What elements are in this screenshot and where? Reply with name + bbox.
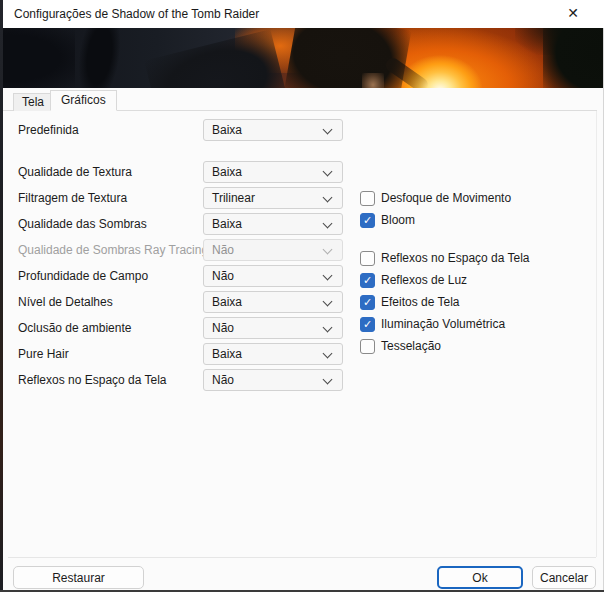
banner-tree (73, 28, 125, 88)
motion-blur-checkbox[interactable]: ✓ Desfoque de Movimento (360, 190, 511, 206)
setting-label: Filtragem de Textura (18, 187, 127, 209)
title-bar: Configurações de Shadow of the Tomb Raid… (0, 0, 604, 28)
setting-row-shadow-quality: Qualidade das Sombras Baixa (0, 213, 604, 235)
checkbox-box[interactable]: ✓ (360, 251, 375, 266)
setting-row-ambient-occlusion: Oclusão de ambiente Não (0, 317, 604, 339)
check-icon: ✓ (361, 296, 374, 309)
close-icon: ✕ (567, 5, 579, 21)
banner-foliage-right (543, 28, 604, 88)
chevron-down-icon (323, 298, 333, 308)
tab-graficos[interactable]: Gráficos (50, 90, 117, 111)
setting-row-texture-quality: Qualidade de Textura Baixa (0, 161, 604, 183)
check-icon: ✓ (361, 274, 374, 287)
setting-label: Oclusão de ambiente (18, 317, 131, 339)
checkbox-box[interactable]: ✓ (360, 339, 375, 354)
ambient-occlusion-dropdown[interactable]: Não (203, 317, 343, 339)
setting-label: Pure Hair (18, 343, 69, 365)
banner-braid (383, 56, 430, 88)
pure-hair-dropdown[interactable]: Baixa (203, 343, 343, 365)
banner-foliage-top (515, 28, 590, 55)
game-banner (0, 28, 604, 88)
ssr-checkbox[interactable]: ✓ Reflexos no Espaço da Tela (360, 250, 530, 266)
depth-of-field-dropdown[interactable]: Não (203, 265, 343, 287)
setting-label: Reflexos no Espaço da Tela (18, 369, 167, 391)
setting-label: Predefinida (18, 119, 79, 141)
settings-dialog: { "window": { "title": "Configurações de… (0, 0, 604, 592)
close-button[interactable]: ✕ (550, 0, 596, 27)
banner-rocks-left (0, 28, 75, 88)
checkbox-box[interactable]: ✓ (360, 191, 375, 206)
preset-dropdown[interactable]: Baixa (203, 119, 343, 141)
setting-label: Qualidade de Textura (18, 161, 132, 183)
ok-button[interactable]: Ok (437, 566, 523, 589)
chevron-down-icon (323, 126, 333, 136)
setting-row-depth-of-field: Profundidade de Campo Não (0, 265, 604, 287)
setting-row-texture-filtering: Filtragem de Textura Trilinear (0, 187, 604, 209)
footer-divider (8, 557, 596, 558)
volumetric-lighting-checkbox[interactable]: ✓ Iluminação Volumétrica (360, 316, 505, 332)
banner-rocks-mid (144, 29, 286, 88)
tab-tela[interactable]: Tela (13, 93, 53, 111)
lens-flares-checkbox[interactable]: ✓ Reflexos de Luz (360, 272, 467, 288)
banner-glow (235, 28, 310, 73)
chevron-down-icon (323, 246, 333, 256)
checkbox-box[interactable]: ✓ (360, 273, 375, 288)
chevron-down-icon (323, 324, 333, 334)
chevron-down-icon (323, 272, 333, 282)
setting-row-preset: Predefinida Baixa (0, 119, 604, 141)
setting-row-ssr: Reflexos no Espaço da Tela Não (0, 369, 604, 391)
banner-lara-silhouette (284, 28, 412, 88)
restore-button[interactable]: Restaurar (13, 566, 144, 589)
window-title: Configurações de Shadow of the Tomb Raid… (14, 0, 259, 28)
bloom-checkbox[interactable]: ✓ Bloom (360, 212, 415, 228)
setting-label: Profundidade de Campo (18, 265, 148, 287)
shadow-quality-dropdown[interactable]: Baixa (203, 213, 343, 235)
banner-face-highlight (362, 73, 384, 88)
level-of-detail-dropdown[interactable]: Baixa (203, 291, 343, 313)
chevron-down-icon (323, 350, 333, 360)
tessellation-checkbox[interactable]: ✓ Tesselação (360, 338, 441, 354)
chevron-down-icon (323, 220, 333, 230)
texture-filtering-dropdown[interactable]: Trilinear (203, 187, 343, 209)
checkbox-box[interactable]: ✓ (360, 317, 375, 332)
checkbox-box[interactable]: ✓ (360, 295, 375, 310)
chevron-down-icon (323, 194, 333, 204)
setting-label: Nível de Detalhes (18, 291, 113, 313)
screen-effects-checkbox[interactable]: ✓ Efeitos de Tela (360, 294, 460, 310)
setting-label: Qualidade de Sombras Ray Tracing (18, 239, 208, 261)
screen-space-reflections-dropdown[interactable]: Não (203, 369, 343, 391)
checkbox-box[interactable]: ✓ (360, 213, 375, 228)
chevron-down-icon (323, 376, 333, 386)
setting-row-pure-hair: Pure Hair Baixa (0, 343, 604, 365)
rt-shadow-quality-dropdown: Não (203, 239, 343, 261)
chevron-down-icon (323, 168, 333, 178)
check-icon: ✓ (361, 214, 374, 227)
texture-quality-dropdown[interactable]: Baixa (203, 161, 343, 183)
cancel-button[interactable]: Cancelar (532, 566, 596, 589)
setting-label: Qualidade das Sombras (18, 213, 147, 235)
check-icon: ✓ (361, 318, 374, 331)
window-left-edge (0, 0, 3, 592)
setting-row-level-of-detail: Nível de Detalhes Baixa (0, 291, 604, 313)
